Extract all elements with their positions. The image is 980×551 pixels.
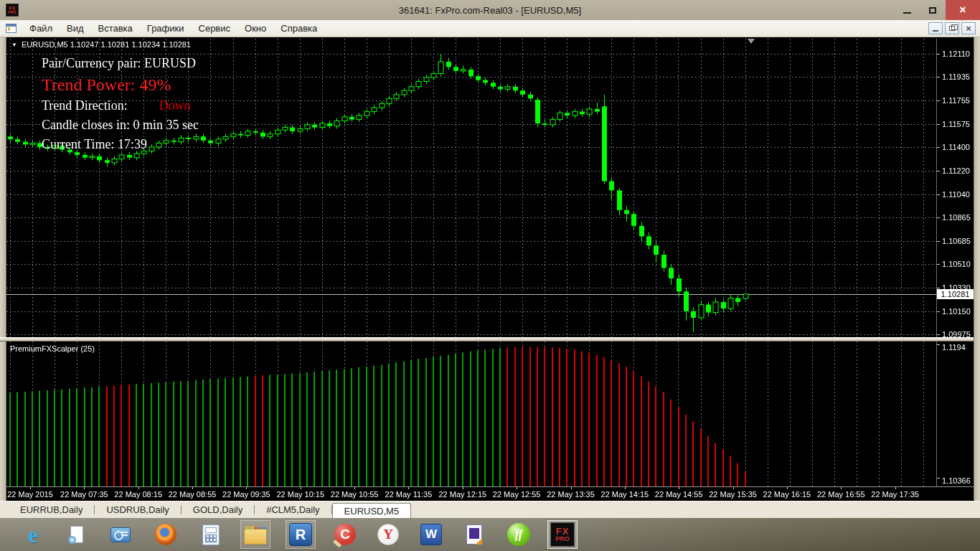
one-click-expander-icon[interactable]: ▼ [11,42,17,48]
taskbar-file-explorer[interactable] [240,520,270,549]
menu-charts[interactable]: Графики [140,21,192,36]
taskbar-display-settings[interactable] [105,520,136,549]
chart-tab-bar: EURRUB,Daily USDRUB,Daily GOLD,Daily #CL… [0,501,980,518]
price-tick-label: 1.10685 [942,237,971,245]
menu-bar: Файл Вид Вставка Графики Сервис Окно Спр… [0,20,980,37]
time-axis-label: 22 May 10:15 [276,490,324,499]
yandex-browser-icon: Y [377,524,399,545]
panel-splitter[interactable] [0,337,974,342]
trend-direction-label: Trend Direction: [42,98,128,113]
time-axis-label: 22 May 08:55 [169,490,217,499]
price-tick-label: 1.11220 [942,166,970,175]
menu-help[interactable]: Справка [273,21,324,36]
close-button[interactable]: × [946,0,980,20]
close-icon: × [959,4,966,16]
search-document-icon [70,526,83,543]
chart-left-border [0,37,6,501]
price-tick-label: 1.11400 [942,143,970,151]
time-axis-label: 22 May 15:35 [709,490,757,499]
trend-power-line: Trend Power: 49% [42,75,199,95]
menu-tools[interactable]: Сервис [192,21,238,36]
price-tick-label: 1.10510 [942,260,971,268]
current-price-tag: 1.10281 [937,289,974,299]
taskbar-word[interactable]: W [416,520,446,549]
freshforex-icon: ff [507,523,530,546]
price-tick-label: 1.11935 [942,72,970,81]
minimize-button[interactable] [894,0,920,20]
firefox-icon [155,524,176,545]
taskbar-document-viewer[interactable] [459,520,489,549]
taskbar-r-app[interactable]: R [286,520,316,549]
mdi-minimize-icon [933,30,938,32]
tab-eurrub-daily[interactable]: EURRUB,Daily [9,501,94,518]
mdi-restore-button[interactable] [945,22,959,34]
magnifier-icon [68,536,76,544]
menu-file[interactable]: Файл [22,21,60,36]
time-axis-label: 22 May 2015 [7,490,53,499]
time-axis-label: 22 May 12:55 [493,490,541,499]
pair-line: Pair/Currency pair: EURUSD [42,56,199,71]
internet-explorer-icon: e [28,523,38,546]
taskbar-internet-explorer[interactable]: e [18,520,48,549]
indicator-name-label: PremiumFXScalper (25) [10,344,95,353]
window-titlebar: FX PRO 361641: FxPro.com-Real03 - [EURUS… [0,0,980,20]
folder-icon [244,529,267,545]
maximize-icon [929,7,936,14]
menu-view[interactable]: Вид [60,21,91,36]
price-tick-label: 1.11755 [942,96,970,105]
indicator-tick-label: 1.1194 [942,343,966,352]
ccleaner-icon: C [334,524,356,545]
menu-insert[interactable]: Вставка [91,21,140,36]
taskbar-freshforex[interactable]: ff [504,520,534,549]
time-axis-label: 22 May 13:35 [547,490,595,499]
minimize-icon [903,12,911,14]
chart-symbol-header[interactable]: ▼ EURUSD,M5 1.10247 1.10281 1.10234 1.10… [11,40,191,49]
menu-window[interactable]: Окно [237,21,273,36]
time-axis-label: 22 May 17:35 [871,490,919,499]
taskbar-firefox[interactable] [151,520,181,549]
document-viewer-icon [466,524,482,545]
trend-direction-value: Down [159,98,191,113]
time-axis-label: 22 May 16:55 [817,490,865,499]
indicator-text-overlay: Pair/Currency pair: EURUSD Trend Power: … [42,56,199,156]
mdi-close-icon: × [966,24,971,33]
taskbar-calculator[interactable] [196,520,226,549]
mdi-minimize-button[interactable] [928,22,943,34]
mdi-restore-icon [949,26,955,31]
time-axis-label: 22 May 11:35 [385,490,433,499]
taskbar-search-document[interactable] [62,520,92,549]
mdi-close-button[interactable]: × [961,22,976,34]
price-tick-label: 1.11575 [942,120,970,128]
taskbar-fxpro-terminal[interactable]: FX PRO [547,520,578,549]
chart-shift-marker-icon[interactable] [748,39,755,44]
chart-window-icon [6,24,17,33]
symbol-ohlc-text: EURUSD,M5 1.10247 1.10281 1.10234 1.1028… [22,40,191,49]
time-axis-label: 22 May 10:55 [331,490,379,499]
time-axis-label: 22 May 08:15 [114,490,162,499]
window-title: 361641: FxPro.com-Real03 - [EURUSD,M5] [0,5,980,16]
fxpro-icon-text2: PRO [555,536,570,542]
chart-right-border [974,37,980,501]
word-icon: W [420,524,442,545]
desktop-screen: FX PRO 361641: FxPro.com-Real03 - [EURUS… [0,0,980,551]
tab-usdrub-daily[interactable]: USDRUB,Daily [95,501,180,518]
time-axis-label: 22 May 12:15 [438,490,486,499]
time-axis-label: 22 May 07:35 [60,490,108,499]
windows-taskbar: e R C Y W ff [0,518,980,551]
fxpro-terminal-icon: FX PRO [550,522,575,547]
calculator-icon [202,524,220,545]
tab-clm5-daily[interactable]: #CLM5,Daily [255,501,331,518]
taskbar-ccleaner[interactable]: C [330,520,360,549]
candle-closes-line: Candle closes in: 0 min 35 sec [42,118,199,133]
taskbar-yandex-browser[interactable]: Y [373,520,403,549]
tab-gold-daily[interactable]: GOLD,Daily [182,501,254,518]
trend-direction-line: Trend Direction: Down [42,98,199,113]
price-tick-label: 1.12110 [942,50,970,58]
tab-eurusd-m5-active[interactable]: EURUSD,M5 [332,503,412,518]
indicator-tick-label: 1.10366 [942,476,971,485]
time-axis-label: 22 May 09:35 [222,490,270,499]
current-time-line: Current Time: 17:39 [42,137,199,152]
r-app-icon: R [289,523,312,546]
maximize-button[interactable] [920,0,946,20]
time-axis-label: 22 May 16:15 [763,490,811,499]
